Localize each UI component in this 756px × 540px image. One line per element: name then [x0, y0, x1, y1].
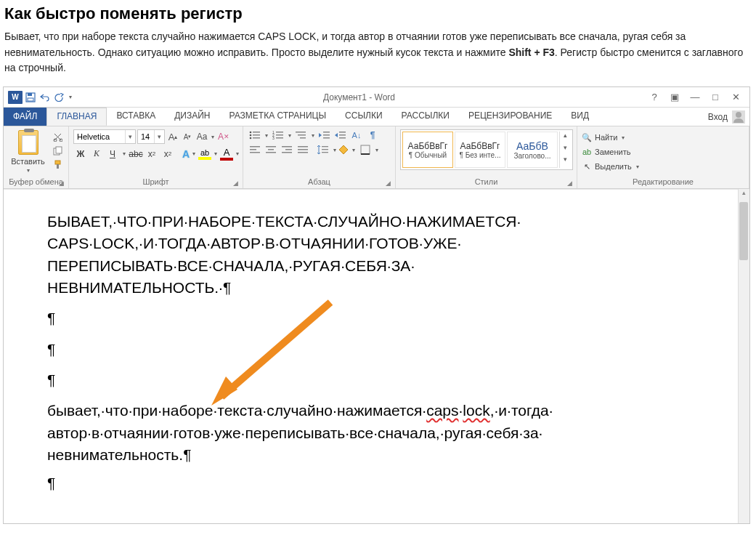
undo-icon[interactable]: [38, 91, 52, 104]
svg-rect-28: [339, 134, 346, 136]
document-body[interactable]: БЫВАЕТ,·ЧТО·ПРИ·НАБОРЕ·ТЕКСТА·СЛУЧАЙНО·Н…: [4, 189, 749, 523]
svg-rect-29: [339, 137, 346, 139]
close-icon[interactable]: ✕: [726, 91, 745, 104]
save-icon[interactable]: [24, 91, 37, 104]
font-name-input[interactable]: ▾: [73, 129, 136, 144]
underline-button[interactable]: Ч: [105, 148, 120, 161]
svg-rect-39: [298, 146, 308, 148]
show-marks-icon[interactable]: ¶: [365, 129, 380, 141]
svg-rect-6: [56, 147, 62, 153]
dialog-launcher-icon[interactable]: ◢: [386, 180, 391, 187]
align-right-icon[interactable]: [280, 144, 294, 156]
subscript-button[interactable]: x2: [145, 148, 159, 161]
dialog-launcher-icon[interactable]: ◢: [567, 180, 572, 187]
titlebar: W ▾ Документ1 - Word ? ▣ ― □ ✕: [4, 87, 749, 108]
align-center-icon[interactable]: [264, 144, 278, 156]
svg-rect-43: [322, 149, 328, 150]
redo-icon[interactable]: [53, 91, 66, 104]
bold-button[interactable]: Ж: [73, 148, 88, 161]
tab-file[interactable]: ФАЙЛ: [4, 108, 46, 126]
ribbon-display-icon[interactable]: ▣: [665, 91, 684, 104]
grow-font-icon[interactable]: A▴: [166, 130, 179, 143]
svg-rect-32: [250, 152, 260, 153]
styles-gallery[interactable]: АаБбВвГг ¶ Обычный АаБбВвГг ¶ Без инте..…: [400, 129, 573, 170]
article-title: Как быстро поменять регистр: [4, 4, 752, 23]
svg-rect-10: [253, 132, 260, 133]
chevron-down-icon[interactable]: ▾: [154, 130, 164, 143]
italic-button[interactable]: К: [89, 148, 104, 161]
clear-format-icon[interactable]: A✕: [217, 130, 230, 143]
font-size-input[interactable]: ▾: [137, 129, 165, 144]
svg-rect-36: [282, 146, 292, 148]
dialog-launcher-icon[interactable]: ◢: [59, 180, 64, 187]
replace-button[interactable]: abЗаменить: [582, 145, 630, 158]
paste-button[interactable]: Вставить ▾: [8, 129, 48, 174]
sort-icon[interactable]: A↓: [349, 129, 364, 141]
decrease-indent-icon[interactable]: [317, 129, 332, 141]
svg-rect-26: [323, 137, 330, 139]
style-nospacing[interactable]: АаБбВвГг ¶ Без инте...: [455, 132, 505, 168]
numbering-icon[interactable]: 123: [271, 129, 285, 141]
change-case-icon[interactable]: Aa: [195, 130, 208, 143]
help-icon[interactable]: ?: [645, 91, 664, 104]
chevron-down-icon[interactable]: ▾: [125, 130, 135, 143]
svg-rect-27: [339, 132, 346, 133]
text-effects-button[interactable]: A: [182, 148, 190, 160]
shortcut: Shift + F3: [508, 47, 554, 58]
strike-button[interactable]: abc: [129, 148, 143, 161]
tab-insert[interactable]: ВСТАВКА: [107, 108, 165, 126]
tab-review[interactable]: РЕЦЕНЗИРОВАНИЕ: [459, 108, 561, 126]
tab-layout[interactable]: РАЗМЕТКА СТРАНИЦЫ: [220, 108, 336, 126]
vertical-scrollbar[interactable]: ▴: [738, 189, 749, 523]
pilcrow: ¶: [47, 475, 55, 491]
clipboard-group-label: Буфер обмена◢: [8, 177, 64, 187]
qat-customize-icon[interactable]: ▾: [68, 91, 73, 104]
font-color-button[interactable]: A: [220, 147, 233, 161]
maximize-icon[interactable]: □: [706, 91, 725, 104]
minimize-icon[interactable]: ―: [686, 91, 704, 104]
tab-view[interactable]: ВИД: [561, 108, 598, 126]
bullets-icon[interactable]: [248, 129, 262, 141]
svg-rect-1: [28, 93, 32, 96]
superscript-button[interactable]: x2: [160, 148, 175, 161]
chevron-down-icon[interactable]: ▾: [25, 167, 31, 174]
scroll-thumb[interactable]: [739, 202, 748, 260]
format-painter-icon[interactable]: [51, 158, 64, 170]
styles-more[interactable]: ▴▾▾: [559, 132, 571, 168]
copy-icon[interactable]: [51, 145, 64, 156]
svg-rect-38: [282, 152, 292, 153]
tab-home[interactable]: ГЛАВНАЯ: [46, 108, 107, 126]
font-group-label: Шрифт◢: [73, 177, 238, 187]
svg-rect-8: [57, 164, 59, 169]
tab-design[interactable]: ДИЗАЙН: [165, 108, 219, 126]
multilevel-icon[interactable]: [294, 129, 309, 141]
tab-mailings[interactable]: РАССЫЛКИ: [392, 108, 459, 126]
svg-rect-2: [28, 98, 33, 101]
tab-references[interactable]: ССЫЛКИ: [336, 108, 391, 126]
select-button[interactable]: ↖Выделить▾: [582, 160, 641, 173]
dialog-launcher-icon[interactable]: ◢: [233, 180, 238, 187]
doc-text: ПЕРЕПИСЫВАТЬ·ВСЕ·СНАЧАЛА,·РУГАЯ·СЕБЯ·ЗА·: [47, 257, 415, 274]
cut-icon[interactable]: [51, 131, 64, 142]
find-button[interactable]: 🔍Найти▾: [582, 131, 626, 144]
svg-rect-34: [268, 149, 274, 150]
doc-text: невнимательность.¶: [47, 446, 191, 463]
article-paragraph: Бывает, что при наборе текста случайно н…: [4, 29, 752, 76]
scroll-up-icon[interactable]: ▴: [738, 189, 749, 201]
sign-in-link[interactable]: Вход: [708, 112, 728, 122]
align-left-icon[interactable]: [248, 144, 262, 156]
justify-icon[interactable]: [296, 144, 310, 156]
shading-icon[interactable]: [339, 145, 349, 155]
avatar-icon[interactable]: [732, 110, 745, 124]
pilcrow: ¶: [47, 341, 55, 358]
style-heading1[interactable]: АаБбВ Заголово...: [507, 132, 558, 168]
highlight-button[interactable]: ab: [198, 148, 211, 160]
increase-indent-icon[interactable]: [333, 129, 348, 141]
svg-rect-18: [276, 134, 283, 136]
borders-icon[interactable]: [358, 144, 373, 156]
shrink-font-icon[interactable]: A▾: [181, 130, 194, 143]
line-spacing-icon[interactable]: [316, 144, 330, 156]
doc-text: автор·в·отчаянии·готов·уже·переписывать·…: [47, 424, 542, 441]
style-normal[interactable]: АаБбВвГг ¶ Обычный: [402, 132, 453, 168]
spell-error: caps: [426, 402, 458, 419]
